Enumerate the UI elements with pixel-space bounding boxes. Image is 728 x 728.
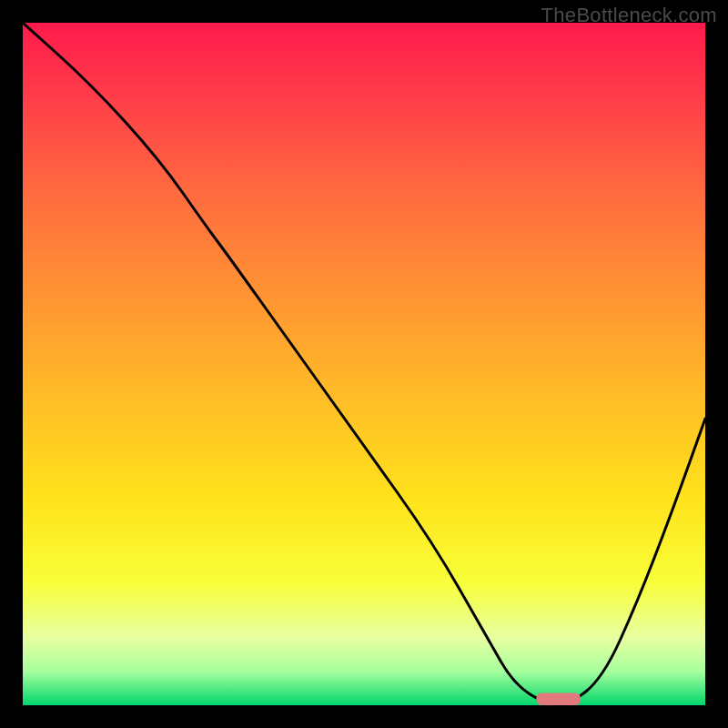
gradient-background bbox=[23, 23, 705, 705]
plot-area bbox=[23, 23, 705, 705]
watermark-label: TheBottleneck.com bbox=[541, 4, 717, 27]
chart-svg bbox=[23, 23, 705, 705]
marker-highlight bbox=[536, 693, 581, 706]
chart-frame: TheBottleneck.com bbox=[0, 0, 728, 728]
